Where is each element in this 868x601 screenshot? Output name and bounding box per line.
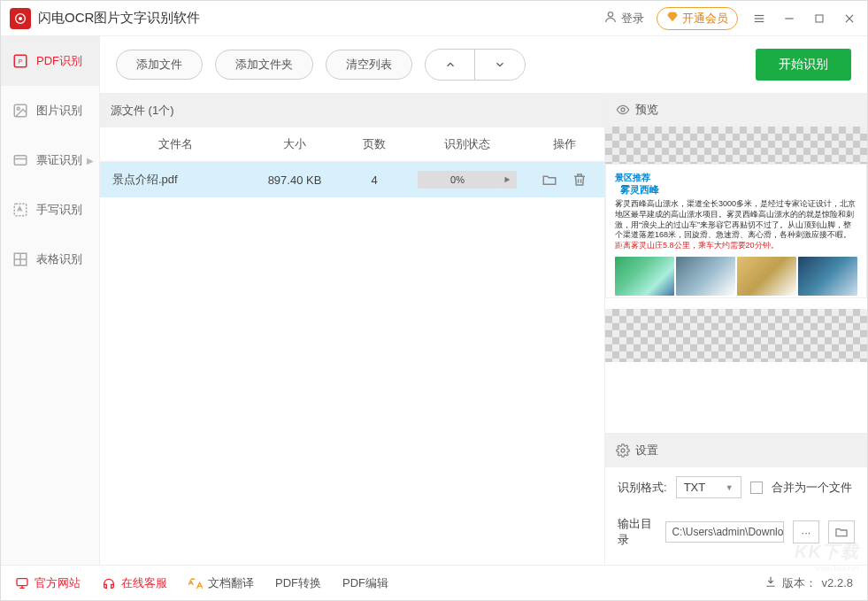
format-label: 识别格式: [618,480,667,496]
settings-header: 设置 [605,434,867,467]
sidebar-item-ticket[interactable]: 票证识别 ▶ [1,135,99,185]
download-icon [764,575,777,590]
svg-point-13 [17,107,19,110]
user-icon [603,10,618,27]
sidebar: P PDF识别 图片识别 票证识别 ▶ 手写识别 [1,36,100,565]
app-logo-icon [10,8,31,29]
progress-wrap: 0% [410,171,525,189]
settings-box: 设置 识别格式: TXT ▼ 合并为一个文件 输出目录 C:\Users\adm… [605,433,867,564]
sidebar-item-pdf[interactable]: P PDF识别 [1,36,99,86]
cell-filename: 景点介绍.pdf [100,172,250,188]
svg-rect-23 [17,578,27,585]
sidebar-item-label: 手写识别 [36,202,82,218]
footer-label: 官方网站 [35,575,81,591]
svg-rect-7 [816,15,823,22]
svg-point-2 [608,12,612,17]
chevron-right-icon: ▶ [87,156,94,166]
file-pane-header: 源文件 (1个) [100,94,604,127]
vip-label: 开通会员 [682,11,728,27]
browse-button[interactable]: ··· [793,520,819,543]
titlebar: 闪电OCR图片文字识别软件 登录 开通会员 [1,1,867,36]
thumb-2 [676,257,735,296]
col-size: 大小 [250,127,339,161]
file-pane: 源文件 (1个) 文件名 大小 页数 识别状态 操作 景点介绍.pdf 897.… [100,93,605,564]
svg-text:P: P [19,58,23,65]
open-output-folder-button[interactable] [828,520,855,543]
eye-icon [616,103,630,117]
monitor-icon [15,576,29,590]
doc-translate-link[interactable]: 文档翻译 [188,575,254,591]
footer: 官方网站 在线客服 文档翻译 PDF转换 PDF编辑 版本：v2.2.8 [1,565,867,600]
sidebar-item-handwriting[interactable]: 手写识别 [1,185,99,235]
pdf-icon: P [12,52,29,70]
reorder-group [425,49,526,81]
official-website-link[interactable]: 官方网站 [15,575,81,591]
merge-checkbox[interactable] [750,482,763,494]
login-label: 登录 [621,11,644,27]
maximize-button[interactable] [810,10,828,27]
table-icon [12,250,29,268]
ticket-icon [12,151,29,169]
footer-label: PDF转换 [275,575,321,591]
toolbar: 添加文件 添加文件夹 清空列表 开始识别 [100,36,867,93]
login-button[interactable]: 登录 [603,10,644,27]
file-table-header: 文件名 大小 页数 识别状态 操作 [100,127,604,162]
play-button[interactable] [497,171,517,189]
add-folder-button[interactable]: 添加文件夹 [215,50,313,80]
close-button[interactable] [841,10,858,27]
translate-icon [188,576,203,590]
clear-list-button[interactable]: 清空列表 [326,50,412,80]
preview-checker-top [605,127,867,164]
thumb-3 [737,257,796,296]
table-row[interactable]: 景点介绍.pdf 897.40 KB 4 0% [100,162,604,197]
cell-size: 897.40 KB [250,173,339,187]
col-status: 识别状态 [410,127,525,161]
output-label: 输出目录 [618,516,657,548]
preview-thumbnails [615,257,857,296]
open-folder-button[interactable] [540,170,559,189]
thumb-4 [798,257,857,296]
sidebar-item-image[interactable]: 图片识别 [1,86,99,135]
preview-line2: 雾灵西峰 [620,183,857,196]
preview-header-label: 预览 [635,102,658,118]
format-value: TXT [684,481,706,494]
progress-bar: 0% [418,171,497,189]
settings-header-label: 设置 [635,443,658,458]
online-support-link[interactable]: 在线客服 [102,575,167,591]
svg-point-1 [19,17,22,20]
output-path-input[interactable]: C:\Users\admin\Downlo [665,521,784,543]
move-down-button[interactable] [475,50,525,80]
pdf-edit-link[interactable]: PDF编辑 [342,575,388,591]
version-info[interactable]: 版本：v2.2.8 [764,575,853,591]
diamond-icon [666,11,679,26]
svg-rect-14 [14,156,27,166]
col-ops: 操作 [525,127,604,161]
vip-button[interactable]: 开通会员 [657,7,738,30]
cell-pages: 4 [339,173,410,187]
add-file-button[interactable]: 添加文件 [116,50,203,80]
version-value: v2.2.8 [822,576,853,589]
svg-point-21 [621,108,625,112]
preview-line1: 景区推荐 [615,172,857,183]
svg-point-22 [621,449,625,452]
app-title: 闪电OCR图片文字识别软件 [38,10,603,27]
headset-icon [102,576,116,590]
move-up-button[interactable] [426,50,475,80]
pdf-convert-link[interactable]: PDF转换 [275,575,321,591]
footer-label: 在线客服 [121,575,167,591]
start-recognition-button[interactable]: 开始识别 [756,49,851,81]
footer-label: PDF编辑 [342,575,388,591]
sidebar-item-table[interactable]: 表格识别 [1,235,99,284]
merge-label: 合并为一个文件 [772,480,852,496]
delete-button[interactable] [570,170,589,189]
sidebar-item-label: 表格识别 [36,251,82,267]
preview-header: 预览 [605,93,867,127]
minimize-button[interactable] [780,10,798,27]
sidebar-item-label: 票证识别 [36,152,82,168]
menu-button[interactable] [750,10,768,27]
svg-marker-20 [505,177,511,183]
format-select[interactable]: TXT ▼ [676,476,741,498]
gear-icon [616,443,630,458]
version-label: 版本： [782,575,817,591]
chevron-down-icon: ▼ [726,483,734,492]
